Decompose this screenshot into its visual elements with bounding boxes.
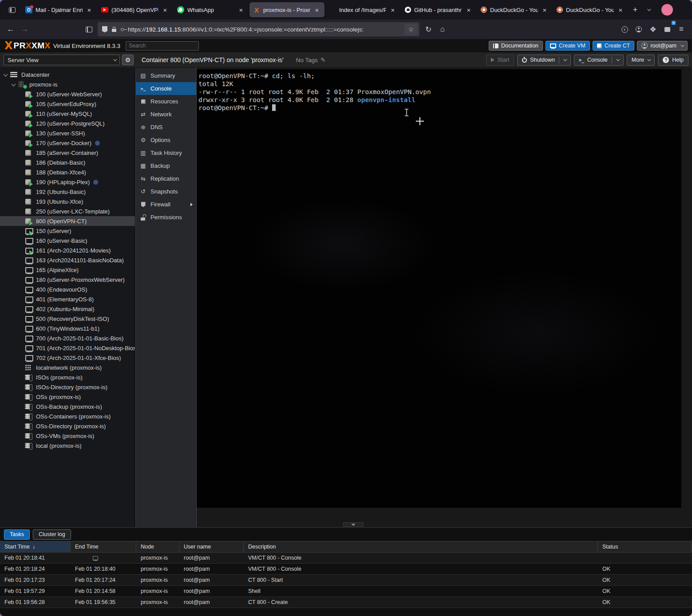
tab-close-icon[interactable]: × [237, 6, 245, 14]
tab-close-icon[interactable]: × [541, 6, 549, 14]
user-menu-button[interactable]: root@pam [637, 41, 688, 51]
account-button[interactable] [632, 23, 646, 36]
column-node[interactable]: Node [136, 541, 179, 553]
browser-tab[interactable]: O Mail - Djalmar Enric × [22, 2, 97, 17]
shutdown-button[interactable]: Shutdown [517, 55, 571, 66]
column-start-time[interactable]: Start Time↓ [0, 541, 71, 553]
extension-addon-button[interactable]: + [660, 23, 674, 36]
menu-item[interactable]: Task History [136, 146, 196, 159]
tree-item[interactable]: 130 (uServer-SSH) [0, 128, 135, 138]
tree-item[interactable]: local (proxmox-is) [0, 441, 135, 450]
url-bar[interactable]: https://192.168.1.15:8006/#v1:0:=lxc%2F8… [98, 22, 419, 36]
column-end-time[interactable]: End Time [71, 541, 136, 553]
tab-cluster-log[interactable]: Cluster log [33, 529, 71, 540]
tree-item[interactable]: Datacenter [0, 70, 135, 79]
menu-item[interactable]: Options [136, 134, 196, 146]
lock-warning-icon[interactable] [111, 27, 117, 32]
forward-button[interactable]: → [18, 23, 32, 36]
url-text[interactable]: https://192.168.1.15:8006/#v1:0:=lxc%2F8… [128, 26, 404, 33]
tree-item[interactable]: 100 (uServer-WebServer) [0, 89, 135, 99]
tree-item[interactable]: 185 (aServer-Container) [0, 148, 135, 158]
terminal[interactable]: root@OpenVPN-CT:~# cd; ls -lh; total 12K… [197, 69, 681, 508]
home-button[interactable]: ⌂ [435, 23, 450, 36]
create-vm-button[interactable]: Create VM [546, 41, 590, 51]
panel-collapse-handle[interactable] [343, 522, 364, 527]
tree-item[interactable]: 161 (Arch-20241201-Movies) [0, 245, 135, 255]
saved-password-key-icon[interactable] [121, 28, 124, 31]
tree-item[interactable]: 186 (Debian-Basic) [0, 158, 135, 167]
menu-item[interactable]: Console [136, 82, 196, 95]
edit-pencil-icon[interactable]: ✎ [320, 56, 325, 63]
menu-item[interactable]: DNS [136, 121, 196, 134]
tree-item[interactable]: proxmox-is [0, 79, 135, 89]
task-row[interactable]: Feb 01 20:18:24 Feb 01 20:18:40 proxmox-… [0, 564, 692, 575]
tree-item[interactable]: 160 (uServer-Basic) [0, 236, 135, 245]
browser-tab[interactable]: DuckDuckGo - Your × [553, 2, 628, 17]
browser-tab[interactable]: DuckDuckGo - Your × [477, 2, 552, 17]
tree-settings-button[interactable]: ⚙ [122, 55, 134, 65]
tree-item[interactable]: 400 (EndeavourOS) [0, 284, 135, 294]
browser-tab[interactable]: (304486) OpenVPN × [98, 2, 173, 17]
hamburger-menu-button[interactable]: ≡ [674, 23, 688, 36]
tree-item[interactable]: 165 (AlpineXfce) [0, 265, 135, 275]
column-status[interactable]: Status [598, 541, 692, 553]
tree-item[interactable]: 600 (TinyWindows11-b1) [0, 324, 135, 333]
menu-item[interactable]: Backup [136, 159, 196, 172]
tab-close-icon[interactable]: × [617, 6, 625, 14]
browser-tab[interactable]: GitHub - prasanthr × [401, 2, 476, 17]
tab-tasks[interactable]: Tasks [4, 529, 30, 540]
tree-item[interactable]: 188 (Debian-Xfce4) [0, 167, 135, 177]
tree-item[interactable]: 105 (uServerEduProxy) [0, 99, 135, 109]
tree-item[interactable]: OSs-VMs (proxmox-is) [0, 431, 135, 441]
tree-item[interactable]: 180 (uServer-ProxmoxWebServer) [0, 275, 135, 284]
tree-item[interactable]: OSs (proxmox-is) [0, 392, 135, 402]
menu-item[interactable]: Replication [136, 172, 196, 185]
column-user-name[interactable]: User name [179, 541, 244, 553]
tree-item[interactable]: localnetwork (proxmox-is) [0, 363, 135, 372]
tree-item[interactable]: OSs-Directory (proxmox-is) [0, 421, 135, 431]
browser-tab[interactable]: X proxmox-is - Proxm × [249, 2, 324, 17]
tree-item[interactable]: ISOs (proxmox-is) [0, 372, 135, 382]
back-button[interactable]: ← [4, 23, 18, 36]
browser-tab[interactable]: WhatsApp × [174, 2, 249, 17]
menu-item[interactable]: Firewall [136, 198, 196, 211]
browser-tab[interactable]: Index of /Images/Progr × [325, 2, 400, 17]
menu-item[interactable]: Summary [136, 69, 196, 82]
more-button[interactable]: More [627, 55, 655, 66]
tree-item[interactable]: 402 (Xubuntu-Minimal) [0, 304, 135, 314]
tree-item[interactable]: 120 (uServer-PostgreSQL) [0, 118, 135, 128]
create-ct-button[interactable]: Create CT [593, 41, 635, 51]
firefox-view-button[interactable] [5, 3, 19, 16]
tree-item[interactable]: 193 (Ubuntu-Xfce) [0, 197, 135, 206]
tree-item[interactable]: 250 (uServer-LXC-Template) [0, 206, 135, 216]
tree-item[interactable]: 150 (uServer) [0, 226, 135, 236]
search-input[interactable] [126, 41, 199, 51]
documentation-button[interactable]: Documentation [489, 41, 543, 51]
chevron-down-icon[interactable] [616, 57, 620, 61]
tracking-shield-icon[interactable] [102, 26, 107, 32]
tree-item[interactable]: 190 (HPLaptop-Plex) [0, 177, 135, 187]
console-button[interactable]: >_Console [574, 55, 624, 66]
help-button[interactable]: ?Help [658, 55, 688, 66]
tree-item[interactable]: 800 (OpenVPN-CT) [0, 216, 135, 226]
tab-close-icon[interactable]: × [85, 6, 93, 14]
tree-item[interactable]: 163 (Arch20241101-BasicNoData) [0, 255, 135, 265]
tree-item[interactable]: OSs-Containers (proxmox-is) [0, 411, 135, 421]
tree-item[interactable]: 701 (Arch-2025-01-01-NoDesktop-Bios [0, 343, 135, 353]
menu-item[interactable]: Permissions [136, 211, 196, 224]
chevron-down-icon[interactable] [563, 57, 567, 61]
view-selector[interactable]: Server View [4, 55, 120, 65]
start-button[interactable]: Start [486, 55, 514, 66]
extensions-button[interactable]: ❖ [646, 23, 660, 36]
task-row[interactable]: Feb 01 19:56:28 Feb 01 19:56:35 proxmox-… [0, 597, 692, 608]
new-tab-button[interactable]: + [629, 3, 642, 16]
bookmark-star-icon[interactable]: ☆ [404, 24, 418, 35]
tree-item[interactable]: 192 (Ubuntu-Basic) [0, 187, 135, 197]
tree-item[interactable]: 401 (ElementaryOS-8) [0, 294, 135, 304]
tab-close-icon[interactable]: × [161, 6, 169, 14]
menu-item[interactable]: Resources [136, 95, 196, 108]
column-description[interactable]: Description [244, 541, 598, 553]
chevron-down-icon[interactable] [12, 83, 16, 87]
tree-item[interactable]: OSs-Backup (proxmox-is) [0, 402, 135, 411]
tags-area[interactable]: No Tags✎ [296, 56, 326, 63]
